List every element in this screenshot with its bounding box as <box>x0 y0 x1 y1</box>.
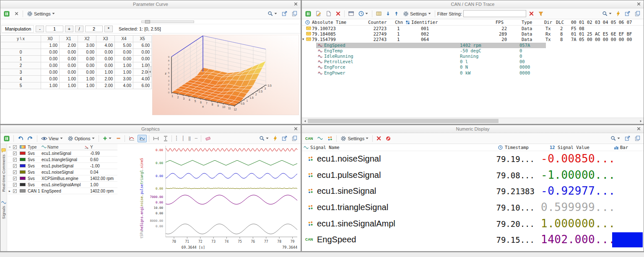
value-cell[interactable]: 0.00 <box>133 56 152 62</box>
settings-button[interactable]: Settings <box>339 134 370 143</box>
trace-frame-row[interactable]: 79.184085227491002289DataRx801 01 25 AC … <box>302 31 644 37</box>
numeric-row[interactable]: CANEngSpeed79.15...1402.000... <box>302 232 644 248</box>
column-header-dlc[interactable]: DLC <box>556 20 564 25</box>
scrollbar-thumb[interactable] <box>308 119 499 123</box>
value-cell[interactable]: 2.00 <box>96 82 115 89</box>
signal-checkbox[interactable]: ✓ <box>12 183 18 187</box>
x-value-cell[interactable]: 3.00 <box>78 42 96 49</box>
value-cell[interactable]: 1.00 <box>96 69 115 76</box>
value-cell[interactable]: 1.00 <box>115 69 133 76</box>
settings-button[interactable]: Settings <box>401 10 433 18</box>
column-header-identifier[interactable]: Identifier <box>411 20 438 25</box>
column-header-type[interactable]: Type <box>27 145 42 149</box>
trigger-button[interactable] <box>272 134 279 142</box>
factor2-value[interactable]: 2 <box>85 26 103 32</box>
column-header-timestamp[interactable]: Timestamp <box>505 145 529 150</box>
checkbox[interactable]: ✓ <box>13 170 17 174</box>
value-cell[interactable]: 0.00 <box>41 69 60 76</box>
column-header-y[interactable]: Y <box>90 145 117 149</box>
increase-button[interactable]: + <box>65 26 73 32</box>
search-button[interactable] <box>257 134 270 142</box>
column-header[interactable]: X3 <box>96 36 115 42</box>
eraser-button[interactable] <box>203 134 213 142</box>
signal-checkbox[interactable]: ✓ <box>12 152 18 155</box>
close-icon[interactable] <box>293 2 298 6</box>
select-all-checkbox[interactable]: ✓ <box>12 145 18 149</box>
value-cell[interactable]: 6.00 <box>133 82 152 89</box>
tab-realtime-comments[interactable]: Real-time Comments <box>1 148 6 192</box>
value-cell[interactable]: 0.00 <box>41 56 60 62</box>
options-button[interactable]: Options <box>66 134 96 143</box>
scroll-down-button[interactable] <box>384 10 392 17</box>
signal-checkbox[interactable]: ✓ <box>12 170 18 174</box>
value-cell[interactable]: 0.00 <box>78 62 96 69</box>
view-button[interactable]: View <box>39 135 65 142</box>
legend-row[interactable]: ✓Svsecu1.noiseSignal0.04 <box>8 169 117 175</box>
filter-input[interactable] <box>463 10 526 17</box>
trace-signal-row[interactable]: EngTemp-50 degC0 <box>302 48 644 54</box>
numeric-row[interactable]: ecu1.sineSignal79.21383-0.92977... <box>302 183 644 200</box>
decrease-button[interactable]: - <box>36 26 44 32</box>
column-header-fps[interactable]: FPS <box>496 20 504 25</box>
measure-double-button[interactable]: ‖ <box>187 135 192 141</box>
value-cell[interactable]: 0.00 <box>60 69 78 76</box>
delete-button[interactable] <box>375 135 383 142</box>
checkbox[interactable]: ✓ <box>13 189 17 193</box>
table-row[interactable]: 20.000.000.000.001.001.00 <box>1 62 152 69</box>
fit-vertical-button[interactable] <box>162 134 169 143</box>
parameter-curve-titlebar[interactable]: Parameter Curve <box>0 0 301 8</box>
value-cell[interactable]: 0.00 <box>96 62 115 69</box>
clear-filter-button[interactable] <box>527 10 535 17</box>
settings-button[interactable]: Settings <box>25 10 57 18</box>
disable-button[interactable] <box>384 135 392 142</box>
x-value-cell[interactable]: 1.00 <box>41 42 60 49</box>
trace-signal-row[interactable]: EngSpeed1402 rpm057A <box>302 43 644 48</box>
legend-row[interactable]: ✓Svsecu1.sineSignalAmpl1.00 <box>8 182 117 188</box>
value-cell[interactable]: 0.00 <box>96 56 115 62</box>
value-cell[interactable]: 0.00 <box>78 56 96 62</box>
x-value-cell[interactable]: 6.00 <box>133 42 152 49</box>
value-cell[interactable]: 0.00 <box>115 56 133 62</box>
value-cell[interactable]: 0.00 <box>96 49 115 56</box>
checkbox[interactable]: ✓ <box>13 164 17 168</box>
legend-row[interactable]: ✓Svsecu1.triangleSignal0.60 <box>8 157 117 163</box>
value-cell[interactable]: 1.00 <box>41 82 60 89</box>
signal-checkbox[interactable]: ✓ <box>12 189 18 193</box>
legend-row[interactable]: ►✓CAN 1EngSpeed1402.00 rpm <box>8 188 117 194</box>
trace-signal-row[interactable]: EngPower0 kW0000 <box>302 70 644 76</box>
time-mode-button[interactable] <box>357 10 370 18</box>
checkbox[interactable]: ✓ <box>13 152 17 155</box>
value-cell[interactable]: 1.00 <box>78 82 96 89</box>
redo-button[interactable] <box>26 134 35 142</box>
fit-horizontal-button[interactable] <box>151 135 161 142</box>
multi-axis-mode-button[interactable] <box>138 135 147 142</box>
edit-message-button[interactable] <box>314 10 323 18</box>
pause-button[interactable] <box>304 10 313 18</box>
new-message-button[interactable] <box>324 10 333 18</box>
column-header-dir[interactable]: Dir <box>544 20 552 25</box>
scroll-up-button[interactable] <box>393 10 400 17</box>
column-header[interactable]: X0 <box>41 36 60 42</box>
value-cell[interactable]: 0.00 <box>41 76 60 82</box>
checkbox[interactable]: ✓ <box>13 183 17 187</box>
collapse-chart-button[interactable] <box>148 66 152 77</box>
symbols-button[interactable] <box>326 135 334 142</box>
trace-signal-row[interactable]: PetrolLevel0 l00 <box>302 59 644 64</box>
table-row[interactable]: 51.001.001.002.004.006.00 <box>1 82 152 89</box>
value-cell[interactable]: 0.00 <box>78 69 96 76</box>
remove-signal-button[interactable] <box>114 135 122 142</box>
divide-button[interactable]: / <box>75 26 83 32</box>
add-signal-button[interactable] <box>101 135 113 142</box>
signal-checkbox[interactable]: ✓ <box>12 158 18 162</box>
trace-frame-row[interactable]: ▼79.15479922743106420DataTx87A 05 00 00 … <box>302 37 644 42</box>
value-cell[interactable]: 3.00 <box>115 76 133 82</box>
tab-signals[interactable]: Signals <box>1 201 6 219</box>
close-icon[interactable] <box>293 126 298 131</box>
trace-titlebar[interactable]: CAN / CAN FD Trace <box>302 0 644 8</box>
column-header-chn[interactable]: Chn <box>395 20 403 25</box>
factor1-value[interactable]: 1 <box>46 26 63 32</box>
value-cell[interactable]: 0.00 <box>60 49 78 56</box>
value-cell[interactable]: 0.00 <box>41 49 60 56</box>
copy-button[interactable] <box>290 134 299 142</box>
value-cell[interactable]: 1.00 <box>115 62 133 69</box>
